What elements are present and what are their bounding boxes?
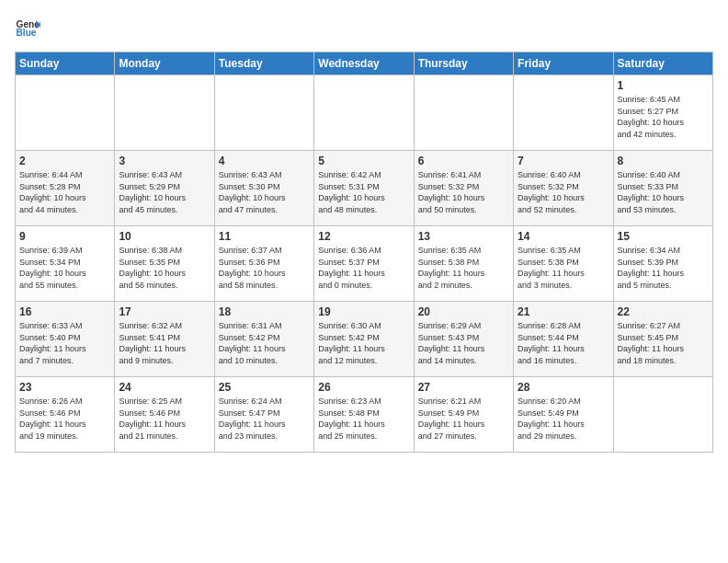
header-sunday: Sunday xyxy=(16,52,115,75)
calendar-cell: 10Sunrise: 6:38 AM Sunset: 5:35 PM Dayli… xyxy=(115,226,214,302)
calendar-cell: 5Sunrise: 6:42 AM Sunset: 5:31 PM Daylig… xyxy=(314,151,414,226)
cell-info: Sunrise: 6:43 AM Sunset: 5:30 PM Dayligh… xyxy=(219,169,310,215)
cell-info: Sunrise: 6:36 AM Sunset: 5:37 PM Dayligh… xyxy=(318,245,409,291)
calendar-cell xyxy=(514,75,613,151)
calendar-cell: 8Sunrise: 6:40 AM Sunset: 5:33 PM Daylig… xyxy=(613,151,712,226)
cell-info: Sunrise: 6:27 AM Sunset: 5:45 PM Dayligh… xyxy=(618,320,709,366)
cell-info: Sunrise: 6:39 AM Sunset: 5:34 PM Dayligh… xyxy=(19,245,110,291)
cell-info: Sunrise: 6:40 AM Sunset: 5:32 PM Dayligh… xyxy=(518,169,609,215)
calendar-header-row: SundayMondayTuesdayWednesdayThursdayFrid… xyxy=(16,52,713,75)
calendar-cell: 13Sunrise: 6:35 AM Sunset: 5:38 PM Dayli… xyxy=(414,226,513,302)
calendar-cell: 22Sunrise: 6:27 AM Sunset: 5:45 PM Dayli… xyxy=(613,302,712,377)
header-thursday: Thursday xyxy=(414,52,513,75)
cell-info: Sunrise: 6:35 AM Sunset: 5:38 PM Dayligh… xyxy=(518,245,609,291)
calendar-cell: 17Sunrise: 6:32 AM Sunset: 5:41 PM Dayli… xyxy=(115,302,214,377)
day-number: 24 xyxy=(119,381,210,394)
calendar-cell xyxy=(314,75,414,151)
cell-info: Sunrise: 6:45 AM Sunset: 5:27 PM Dayligh… xyxy=(618,94,709,140)
calendar-cell: 18Sunrise: 6:31 AM Sunset: 5:42 PM Dayli… xyxy=(214,302,313,377)
day-number: 18 xyxy=(219,305,310,318)
calendar-cell: 11Sunrise: 6:37 AM Sunset: 5:36 PM Dayli… xyxy=(214,226,313,302)
calendar-week-4: 23Sunrise: 6:26 AM Sunset: 5:46 PM Dayli… xyxy=(16,377,713,453)
calendar-cell: 23Sunrise: 6:26 AM Sunset: 5:46 PM Dayli… xyxy=(16,377,115,453)
calendar-cell: 16Sunrise: 6:33 AM Sunset: 5:40 PM Dayli… xyxy=(16,302,115,377)
calendar-cell: 14Sunrise: 6:35 AM Sunset: 5:38 PM Dayli… xyxy=(514,226,613,302)
cell-info: Sunrise: 6:34 AM Sunset: 5:39 PM Dayligh… xyxy=(618,245,709,291)
day-number: 7 xyxy=(518,155,609,167)
calendar-cell: 25Sunrise: 6:24 AM Sunset: 5:47 PM Dayli… xyxy=(214,377,313,453)
day-number: 28 xyxy=(518,381,609,394)
cell-info: Sunrise: 6:44 AM Sunset: 5:28 PM Dayligh… xyxy=(19,169,110,215)
calendar-week-3: 16Sunrise: 6:33 AM Sunset: 5:40 PM Dayli… xyxy=(16,302,713,377)
cell-info: Sunrise: 6:33 AM Sunset: 5:40 PM Dayligh… xyxy=(19,320,110,366)
cell-info: Sunrise: 6:31 AM Sunset: 5:42 PM Dayligh… xyxy=(219,320,310,366)
day-number: 15 xyxy=(618,230,709,243)
cell-info: Sunrise: 6:28 AM Sunset: 5:44 PM Dayligh… xyxy=(518,320,609,366)
calendar-cell: 28Sunrise: 6:20 AM Sunset: 5:49 PM Dayli… xyxy=(514,377,613,453)
day-number: 21 xyxy=(518,305,609,318)
calendar-cell: 4Sunrise: 6:43 AM Sunset: 5:30 PM Daylig… xyxy=(214,151,313,226)
header-saturday: Saturday xyxy=(613,52,712,75)
cell-info: Sunrise: 6:30 AM Sunset: 5:42 PM Dayligh… xyxy=(318,320,409,366)
day-number: 9 xyxy=(19,230,110,243)
day-number: 4 xyxy=(219,155,310,167)
day-number: 23 xyxy=(19,381,110,394)
cell-info: Sunrise: 6:43 AM Sunset: 5:29 PM Dayligh… xyxy=(119,169,210,215)
calendar-cell xyxy=(16,75,115,151)
calendar-cell: 27Sunrise: 6:21 AM Sunset: 5:49 PM Dayli… xyxy=(414,377,513,453)
calendar-cell: 21Sunrise: 6:28 AM Sunset: 5:44 PM Dayli… xyxy=(514,302,613,377)
header-friday: Friday xyxy=(514,52,613,75)
day-number: 10 xyxy=(119,230,210,243)
day-number: 6 xyxy=(418,155,509,167)
day-number: 22 xyxy=(618,305,709,318)
calendar-cell xyxy=(414,75,513,151)
calendar-table: SundayMondayTuesdayWednesdayThursdayFrid… xyxy=(15,52,713,453)
cell-info: Sunrise: 6:37 AM Sunset: 5:36 PM Dayligh… xyxy=(219,245,310,291)
calendar-cell: 3Sunrise: 6:43 AM Sunset: 5:29 PM Daylig… xyxy=(115,151,214,226)
cell-info: Sunrise: 6:41 AM Sunset: 5:32 PM Dayligh… xyxy=(418,169,509,215)
calendar-week-0: 1Sunrise: 6:45 AM Sunset: 5:27 PM Daylig… xyxy=(16,75,713,151)
cell-info: Sunrise: 6:29 AM Sunset: 5:43 PM Dayligh… xyxy=(418,320,509,366)
calendar-cell: 1Sunrise: 6:45 AM Sunset: 5:27 PM Daylig… xyxy=(613,75,712,151)
cell-info: Sunrise: 6:25 AM Sunset: 5:46 PM Dayligh… xyxy=(119,396,210,442)
calendar-cell xyxy=(115,75,214,151)
calendar-cell xyxy=(613,377,712,453)
header-tuesday: Tuesday xyxy=(214,52,313,75)
day-number: 25 xyxy=(219,381,310,394)
day-number: 27 xyxy=(418,381,509,394)
cell-info: Sunrise: 6:20 AM Sunset: 5:49 PM Dayligh… xyxy=(518,396,609,442)
day-number: 26 xyxy=(318,381,409,394)
day-number: 19 xyxy=(318,305,409,318)
day-number: 2 xyxy=(19,155,110,167)
logo-icon: General Blue xyxy=(15,15,40,40)
header-monday: Monday xyxy=(115,52,214,75)
day-number: 1 xyxy=(618,79,709,92)
cell-info: Sunrise: 6:26 AM Sunset: 5:46 PM Dayligh… xyxy=(19,396,110,442)
day-number: 5 xyxy=(318,155,409,167)
svg-text:Blue: Blue xyxy=(17,28,37,38)
day-number: 16 xyxy=(19,305,110,318)
logo: General Blue xyxy=(15,15,44,40)
cell-info: Sunrise: 6:24 AM Sunset: 5:47 PM Dayligh… xyxy=(219,396,310,442)
calendar-cell: 24Sunrise: 6:25 AM Sunset: 5:46 PM Dayli… xyxy=(115,377,214,453)
cell-info: Sunrise: 6:40 AM Sunset: 5:33 PM Dayligh… xyxy=(618,169,709,215)
calendar-cell: 6Sunrise: 6:41 AM Sunset: 5:32 PM Daylig… xyxy=(414,151,513,226)
day-number: 12 xyxy=(318,230,409,243)
calendar-cell: 19Sunrise: 6:30 AM Sunset: 5:42 PM Dayli… xyxy=(314,302,414,377)
cell-info: Sunrise: 6:23 AM Sunset: 5:48 PM Dayligh… xyxy=(318,396,409,442)
day-number: 17 xyxy=(119,305,210,318)
day-number: 20 xyxy=(418,305,509,318)
day-number: 3 xyxy=(119,155,210,167)
header: General Blue xyxy=(15,15,713,40)
calendar-cell xyxy=(214,75,313,151)
header-wednesday: Wednesday xyxy=(314,52,414,75)
calendar-week-2: 9Sunrise: 6:39 AM Sunset: 5:34 PM Daylig… xyxy=(16,226,713,302)
calendar-cell: 12Sunrise: 6:36 AM Sunset: 5:37 PM Dayli… xyxy=(314,226,414,302)
calendar-cell: 7Sunrise: 6:40 AM Sunset: 5:32 PM Daylig… xyxy=(514,151,613,226)
cell-info: Sunrise: 6:21 AM Sunset: 5:49 PM Dayligh… xyxy=(418,396,509,442)
calendar-cell: 9Sunrise: 6:39 AM Sunset: 5:34 PM Daylig… xyxy=(16,226,115,302)
cell-info: Sunrise: 6:42 AM Sunset: 5:31 PM Dayligh… xyxy=(318,169,409,215)
day-number: 11 xyxy=(219,230,310,243)
calendar-week-1: 2Sunrise: 6:44 AM Sunset: 5:28 PM Daylig… xyxy=(16,151,713,226)
day-number: 8 xyxy=(618,155,709,167)
